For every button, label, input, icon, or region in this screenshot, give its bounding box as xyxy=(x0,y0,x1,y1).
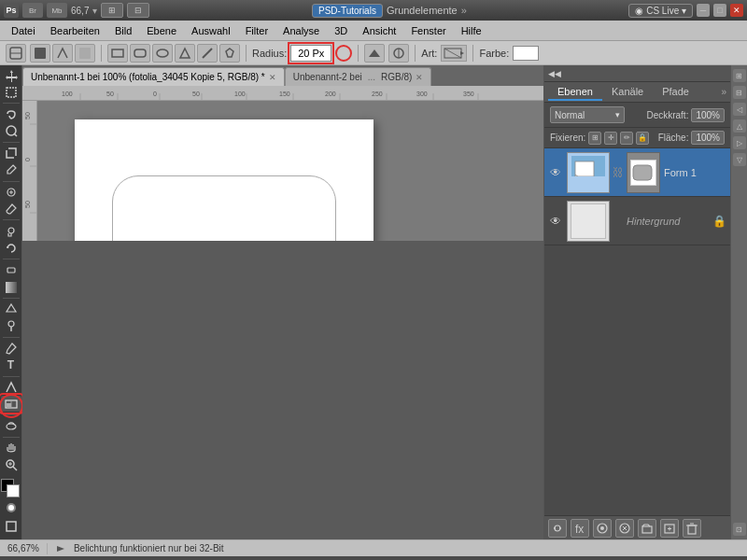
view-options[interactable]: ⊞ xyxy=(101,3,123,18)
rectangle-tool-btn[interactable] xyxy=(107,44,128,63)
tool-preset-picker[interactable] xyxy=(6,44,26,63)
move-tool[interactable] xyxy=(1,67,21,83)
quick-mask-btn[interactable] xyxy=(1,499,21,515)
crop-tool[interactable] xyxy=(1,146,21,161)
menu-analyse[interactable]: Analyse xyxy=(275,23,327,38)
farbe-swatch[interactable] xyxy=(513,46,539,61)
new-adjustment-btn[interactable] xyxy=(615,519,634,538)
new-group-btn[interactable] xyxy=(638,519,656,538)
minibrige-icon[interactable]: Mb xyxy=(47,3,67,18)
panel-expand-icon[interactable]: ◀◀ xyxy=(548,69,561,78)
layer-item-form1[interactable]: 👁 ⛓ Form 1 xyxy=(544,148,730,197)
edge-btn-3[interactable]: ◁ xyxy=(733,103,746,116)
overflow-icon[interactable]: » xyxy=(461,5,467,16)
geometry-options-btn[interactable] xyxy=(364,44,385,63)
bridge-icon[interactable]: Br xyxy=(22,3,43,18)
menu-datei[interactable]: Datei xyxy=(4,23,43,38)
rounded-rect-tool-btn[interactable] xyxy=(130,44,150,63)
fix-paint-icon[interactable]: ✏ xyxy=(620,132,633,145)
cs-live-button[interactable]: ◉ CS Live ▾ xyxy=(628,4,693,18)
color-swatches[interactable] xyxy=(1,479,21,495)
3d-rotate-tool[interactable] xyxy=(1,418,21,434)
window-minimize-button[interactable]: ─ xyxy=(697,4,710,17)
fix-all-icon[interactable]: 🔒 xyxy=(636,132,649,145)
eyedropper-tool[interactable] xyxy=(1,162,21,178)
hand-tool[interactable] xyxy=(1,441,21,456)
tab-pfade[interactable]: Pfade xyxy=(653,84,698,101)
layer-item-hintergrund[interactable]: 👁 Hintergrund 🔒 xyxy=(544,197,730,245)
titlebar-left: Ps Br Mb 66,7 ▾ ⊞ ⊟ xyxy=(4,3,149,18)
background-color[interactable] xyxy=(7,484,20,497)
window-maximize-button[interactable]: □ xyxy=(713,4,726,17)
fix-move-icon[interactable]: ✛ xyxy=(604,132,617,145)
brush-tool[interactable] xyxy=(1,201,21,217)
psd-tutorials-tab[interactable]: PSD-Tutorials xyxy=(312,4,383,18)
opacity-value[interactable]: 100% xyxy=(691,108,725,122)
shape-layer-btn[interactable] xyxy=(30,44,50,63)
line-tool-btn[interactable] xyxy=(197,44,218,63)
new-layer-btn[interactable] xyxy=(660,519,679,538)
menu-ansicht[interactable]: Ansicht xyxy=(355,23,403,38)
edge-btn-bottom[interactable]: ⊡ xyxy=(733,523,746,536)
zoom-dropdown-icon[interactable]: ▾ xyxy=(92,6,97,16)
menu-ebene[interactable]: Ebene xyxy=(139,23,184,38)
tab-ebenen[interactable]: Ebenen xyxy=(548,84,602,101)
snap-btn[interactable] xyxy=(388,44,409,63)
svg-point-20 xyxy=(8,228,14,233)
menu-hilfe[interactable]: Hilfe xyxy=(454,23,489,38)
lasso-tool[interactable] xyxy=(1,106,21,122)
edge-btn-6[interactable]: ▽ xyxy=(733,153,746,166)
blur-tool[interactable] xyxy=(1,301,21,317)
polygon-tool-btn[interactable] xyxy=(175,44,195,63)
menu-3d[interactable]: 3D xyxy=(327,23,355,38)
edge-btn-5[interactable]: ▷ xyxy=(733,136,746,149)
layer-2-visibility[interactable]: 👁 xyxy=(548,214,563,229)
pen-tool[interactable] xyxy=(1,341,21,357)
svg-rect-87 xyxy=(642,526,652,533)
dodge-tool[interactable] xyxy=(1,318,21,334)
radius-input[interactable] xyxy=(290,45,331,62)
panel-arrow[interactable]: » xyxy=(721,87,726,97)
custom-shape-tool-btn[interactable] xyxy=(219,44,240,63)
edge-btn-4[interactable]: △ xyxy=(733,119,746,133)
tab-kanaele[interactable]: Kanäle xyxy=(602,84,653,101)
path-btn[interactable] xyxy=(52,44,73,63)
quick-select-tool[interactable] xyxy=(1,123,21,139)
healing-tool[interactable] xyxy=(1,184,21,200)
doc-tab-1-close[interactable]: ✕ xyxy=(269,73,276,82)
canvas-content[interactable] xyxy=(37,101,543,241)
window-close-button[interactable]: ✕ xyxy=(730,4,743,17)
menu-bearbeiten[interactable]: Bearbeiten xyxy=(43,23,107,38)
doc-tab-2-close[interactable]: ✕ xyxy=(416,73,423,82)
marquee-tool[interactable] xyxy=(1,84,21,100)
fix-position-icon[interactable]: ⊞ xyxy=(588,132,601,145)
menu-bild[interactable]: Bild xyxy=(107,23,139,38)
zoom-tool[interactable] xyxy=(1,457,21,473)
history-tool[interactable] xyxy=(1,240,21,256)
edge-btn-1[interactable]: ⊞ xyxy=(733,69,746,82)
doc-tab-1[interactable]: Unbenannt-1 bei 100% (fotolia_34045 Kopi… xyxy=(22,67,285,86)
menu-filter[interactable]: Filter xyxy=(238,23,275,38)
arrange-options[interactable]: ⊟ xyxy=(127,3,149,18)
layer-1-visibility[interactable]: 👁 xyxy=(548,165,563,180)
clone-tool[interactable] xyxy=(1,223,21,239)
gradient-tool[interactable] xyxy=(1,279,21,295)
menu-auswahl[interactable]: Auswahl xyxy=(184,23,238,38)
edge-btn-2[interactable]: ⊟ xyxy=(733,86,746,99)
shape-tool[interactable] xyxy=(1,396,21,412)
screen-mode-btn[interactable] xyxy=(1,518,21,534)
flaeche-value[interactable]: 100% xyxy=(691,131,725,145)
blend-mode-select[interactable]: Normal ▾ xyxy=(550,106,625,123)
add-style-btn[interactable]: fx xyxy=(571,519,589,538)
fill-pixels-btn[interactable] xyxy=(75,44,95,63)
path-select-tool[interactable] xyxy=(1,379,21,395)
type-tool[interactable]: T xyxy=(1,357,21,373)
menu-fenster[interactable]: Fenster xyxy=(403,23,453,38)
add-mask-btn[interactable] xyxy=(593,519,612,538)
delete-layer-btn[interactable] xyxy=(683,519,701,538)
art-select[interactable] xyxy=(441,45,467,62)
eraser-tool[interactable] xyxy=(1,262,21,278)
doc-tab-2[interactable]: Unbenannt-2 bei ... RGB/8) ✕ xyxy=(285,67,432,86)
link-layers-btn[interactable] xyxy=(548,519,567,538)
ellipse-tool-btn[interactable] xyxy=(152,44,173,63)
